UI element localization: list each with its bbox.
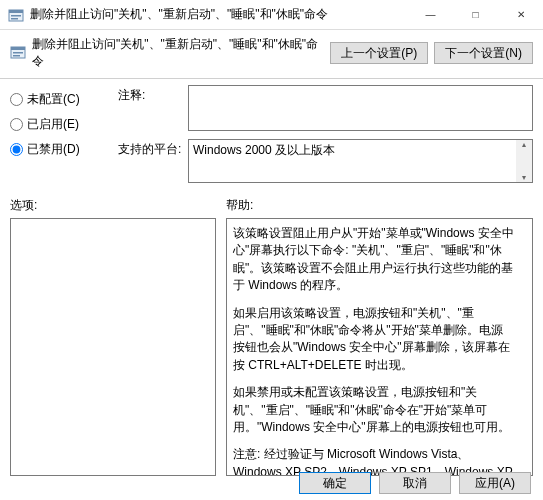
- help-paragraph: 如果禁用或未配置该策略设置，电源按钮和"关机"、"重启"、"睡眠"和"休眠"命令…: [233, 384, 514, 436]
- radio-enabled[interactable]: 已启用(E): [10, 116, 108, 133]
- radio-disabled[interactable]: 已禁用(D): [10, 141, 108, 158]
- platform-row: 支持的平台: Windows 2000 及以上版本 ▴ ▾: [118, 139, 533, 183]
- previous-setting-button[interactable]: 上一个设置(P): [330, 42, 428, 64]
- scroll-down-icon: ▾: [522, 173, 526, 182]
- policy-icon: [8, 7, 24, 23]
- comment-row: 注释:: [118, 85, 533, 131]
- maximize-button[interactable]: □: [453, 0, 498, 30]
- platform-scrollbar[interactable]: ▴ ▾: [516, 140, 532, 182]
- radio-disabled-input[interactable]: [10, 143, 23, 156]
- ok-button[interactable]: 确定: [299, 472, 371, 494]
- lower-section: 选项: 帮助: 该策略设置阻止用户从"开始"菜单或"Windows 安全中心"屏…: [0, 191, 543, 476]
- help-paragraph: 该策略设置阻止用户从"开始"菜单或"Windows 安全中心"屏幕执行以下命令:…: [233, 225, 514, 295]
- settings-body: 未配置(C) 已启用(E) 已禁用(D) 注释: 支持的平台: Windows …: [0, 85, 543, 191]
- cancel-button[interactable]: 取消: [379, 472, 451, 494]
- svg-rect-2: [11, 15, 21, 17]
- options-column: 选项:: [10, 197, 216, 476]
- svg-rect-6: [13, 52, 23, 54]
- radio-enabled-input[interactable]: [10, 118, 23, 131]
- platform-value-box: Windows 2000 及以上版本 ▴ ▾: [188, 139, 533, 183]
- radio-not-configured-input[interactable]: [10, 93, 23, 106]
- help-box[interactable]: 该策略设置阻止用户从"开始"菜单或"Windows 安全中心"屏幕执行以下命令:…: [226, 218, 533, 476]
- radio-enabled-label: 已启用(E): [27, 116, 79, 133]
- state-radios: 未配置(C) 已启用(E) 已禁用(D): [10, 85, 108, 191]
- comment-input[interactable]: [188, 85, 533, 131]
- minimize-button[interactable]: —: [408, 0, 453, 30]
- window-title: 删除并阻止访问"关机"、"重新启动"、"睡眠"和"休眠"命令: [30, 6, 408, 23]
- apply-button[interactable]: 应用(A): [459, 472, 531, 494]
- radio-not-configured-label: 未配置(C): [27, 91, 80, 108]
- policy-icon-small: [10, 44, 26, 63]
- svg-rect-3: [11, 18, 18, 20]
- svg-rect-1: [9, 10, 23, 13]
- help-paragraph: 如果启用该策略设置，电源按钮和"关机"、"重启"、"睡眠"和"休眠"命令将从"开…: [233, 305, 514, 375]
- comment-label: 注释:: [118, 85, 188, 131]
- toolbar: 删除并阻止访问"关机"、"重新启动"、"睡眠"和"休眠"命令 上一个设置(P) …: [0, 30, 543, 76]
- policy-description: 删除并阻止访问"关机"、"重新启动"、"睡眠"和"休眠"命令: [32, 36, 324, 70]
- svg-rect-7: [13, 55, 20, 57]
- options-box: [10, 218, 216, 476]
- divider: [0, 78, 543, 79]
- dialog-buttons: 确定 取消 应用(A): [299, 472, 531, 494]
- platform-label: 支持的平台:: [118, 139, 188, 183]
- platform-value: Windows 2000 及以上版本: [193, 143, 335, 157]
- close-button[interactable]: ✕: [498, 0, 543, 30]
- help-column: 帮助: 该策略设置阻止用户从"开始"菜单或"Windows 安全中心"屏幕执行以…: [226, 197, 533, 476]
- titlebar: 删除并阻止访问"关机"、"重新启动"、"睡眠"和"休眠"命令 — □ ✕: [0, 0, 543, 30]
- next-setting-button[interactable]: 下一个设置(N): [434, 42, 533, 64]
- radio-not-configured[interactable]: 未配置(C): [10, 91, 108, 108]
- scroll-up-icon: ▴: [522, 140, 526, 149]
- details-column: 注释: 支持的平台: Windows 2000 及以上版本 ▴ ▾: [118, 85, 533, 191]
- radio-disabled-label: 已禁用(D): [27, 141, 80, 158]
- options-label: 选项:: [10, 197, 216, 214]
- svg-rect-5: [11, 47, 25, 50]
- help-label: 帮助:: [226, 197, 533, 214]
